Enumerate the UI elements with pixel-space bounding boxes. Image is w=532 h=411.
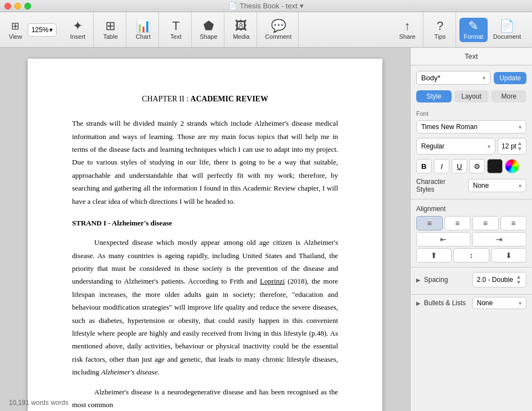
font-chevron-icon: ▾ [519, 124, 521, 130]
indent-left-icon: ⇤ [440, 235, 447, 244]
toolbar-tips-group: ? Tips [424, 12, 456, 47]
align-right-icon: ≡ [483, 219, 488, 228]
shape-icon: ⬟ [203, 20, 214, 32]
align-justify-icon: ≡ [511, 219, 515, 228]
document-button[interactable]: 📄 Document [489, 18, 525, 42]
align-center-icon: ≡ [455, 219, 459, 228]
indent-right-icon: ⇥ [496, 235, 503, 244]
align-middle-button[interactable]: ↕ [453, 248, 489, 263]
spacing-value[interactable]: 2.0 - Double ▲▼ [472, 272, 527, 287]
underline-button[interactable]: U [452, 159, 467, 173]
toolbar-shape-group: ⬟ Shape [193, 12, 224, 47]
italic-button[interactable]: I [434, 159, 449, 173]
font-color-swatch[interactable] [487, 159, 503, 173]
table-icon: ⊞ [105, 20, 115, 32]
update-button[interactable]: Update [494, 72, 526, 84]
maximize-button[interactable] [24, 3, 31, 9]
word-count: 10,191 words words [9, 399, 68, 407]
comment-icon: 💬 [271, 20, 286, 32]
document-page: CHAPTER II : ACADEMIC REVIEW The strands… [28, 59, 382, 411]
zoom-control[interactable]: 125% ▾ [28, 23, 57, 37]
comment-button[interactable]: 💬 Comment [260, 18, 296, 42]
minimize-button[interactable] [14, 3, 21, 9]
font-style-select[interactable]: Regular ▾ [416, 138, 495, 155]
font-size-stepper[interactable]: ▲▼ [517, 141, 523, 152]
insert-button[interactable]: ✦ Insert [64, 18, 91, 42]
text-button[interactable]: T Text [162, 18, 189, 42]
strand-heading: STRAND I - Alzheimer's disease [72, 217, 338, 229]
right-panel: Text Body* ▾ Update Style Layout More Fo… [410, 48, 532, 411]
align-left-button[interactable]: ≡ [416, 216, 443, 230]
font-name-row: Times New Roman ▾ [411, 118, 532, 136]
text-options-button[interactable]: ⚙ [469, 159, 485, 173]
bullets-section: ▶ Bullets & Lists None ▾ [411, 294, 532, 314]
document-icon: 📄 [499, 20, 514, 32]
color-wheel-icon[interactable] [505, 159, 519, 173]
bullets-select[interactable]: None ▾ [472, 297, 527, 309]
chart-icon: 📊 [136, 20, 151, 32]
bullets-arrow-icon: ▶ [416, 300, 421, 306]
panel-header: Text [411, 48, 532, 65]
chart-button[interactable]: 📊 Chart [130, 18, 156, 42]
format-button[interactable]: ✎ Format [459, 18, 488, 42]
format-buttons-row: B I U ⚙ [411, 157, 532, 176]
align-row-3: ⬆ ↕ ⬇ [416, 248, 526, 263]
shape-button[interactable]: ⬟ Shape [195, 18, 222, 42]
align-top-button[interactable]: ⬆ [416, 248, 452, 263]
character-styles-row: Character Styles None ▾ [411, 176, 532, 196]
toolbar-format-group: ✎ Format 📄 Document [457, 12, 528, 47]
align-indent-left-button[interactable]: ⇤ [416, 232, 470, 246]
align-bottom-button[interactable]: ⬇ [491, 248, 526, 263]
align-justify-button[interactable]: ≡ [500, 216, 527, 230]
window-title: 📄 Thesis Book - text ▾ [228, 2, 303, 10]
font-name-select[interactable]: Times New Roman ▾ [416, 120, 526, 133]
bold-button[interactable]: B [416, 159, 432, 173]
toolbar: ⊞ View 125% ▾ ✦ Insert ⊞ Table 📊 Chart T… [0, 12, 532, 48]
media-icon: 🖼 [235, 20, 247, 32]
align-left-icon: ≡ [427, 219, 432, 228]
spacing-stepper[interactable]: ▲▼ [516, 274, 521, 285]
paragraph-1: The strands will be divided mainly 2 str… [72, 117, 338, 208]
share-button[interactable]: ↑ Share [394, 18, 421, 42]
align-right-button[interactable]: ≡ [472, 216, 499, 230]
bullets-row: ▶ Bullets & Lists None ▾ [411, 295, 532, 314]
main-area: CHAPTER II : ACADEMIC REVIEW The strands… [0, 48, 532, 411]
character-styles-select[interactable]: None ▾ [468, 179, 527, 192]
tips-button[interactable]: ? Tips [427, 18, 453, 42]
style-dropdown[interactable]: Body* ▾ [416, 71, 490, 85]
insert-icon: ✦ [73, 20, 83, 32]
document-area: CHAPTER II : ACADEMIC REVIEW The strands… [0, 48, 410, 411]
tab-style[interactable]: Style [416, 90, 452, 102]
align-indent-right-button[interactable]: ⇥ [472, 232, 526, 246]
style-chevron-icon: ▾ [483, 75, 485, 81]
view-button[interactable]: ⊞ View [4, 18, 27, 42]
spacing-header[interactable]: ▶ Spacing 2.0 - Double ▲▼ [411, 268, 532, 292]
align-row-2: ⇤ ⇥ [416, 232, 526, 246]
bullets-chevron-icon: ▾ [519, 300, 521, 306]
toolbar-insert-group: ✦ Insert [62, 12, 94, 47]
format-icon: ✎ [468, 20, 478, 32]
alignment-grid: ≡ ≡ ≡ ≡ ⇤ ⇥ [411, 214, 532, 265]
font-size-input[interactable]: 12 pt ▲▼ [498, 138, 526, 155]
title-icon: 📄 [228, 2, 237, 10]
panel-divider-1 [411, 199, 532, 199]
share-icon: ↑ [405, 20, 411, 32]
align-bottom-icon: ⬇ [505, 251, 512, 260]
table-button[interactable]: ⊞ Table [97, 18, 124, 42]
tab-more[interactable]: More [491, 90, 526, 102]
spacing-section: ▶ Spacing 2.0 - Double ▲▼ [411, 267, 532, 292]
paragraph-2: Unexpected disease which mostly appear a… [72, 236, 338, 378]
align-center-button[interactable]: ≡ [444, 216, 471, 230]
tab-layout[interactable]: Layout [454, 90, 489, 102]
gear-icon: ⚙ [474, 162, 480, 171]
style-selector-row: Body* ▾ Update [411, 65, 532, 88]
paragraph-3: Alzheimer's disease is a neurodegenerati… [72, 386, 338, 411]
toolbar-left-group: ⊞ View 125% ▾ [4, 18, 57, 42]
align-row-1: ≡ ≡ ≡ ≡ [416, 216, 526, 230]
media-button[interactable]: 🖼 Media [228, 18, 254, 42]
panel-tabs: Style Layout More [411, 88, 532, 107]
italic-text: Alzheimer's disease. [101, 368, 159, 376]
close-button[interactable] [4, 3, 11, 9]
toolbar-chart-group: 📊 Chart [127, 12, 159, 47]
citation-link: Loprinzi [260, 277, 285, 285]
